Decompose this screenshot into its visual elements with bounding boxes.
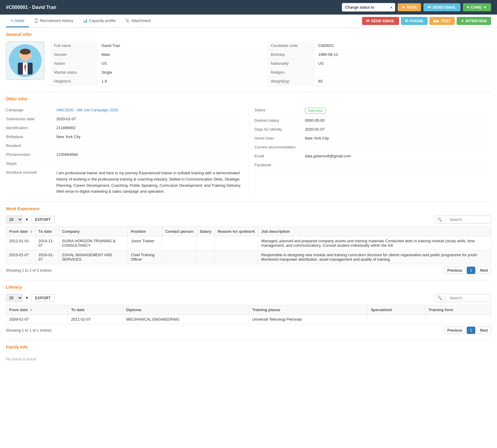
svg-point-9 xyxy=(29,54,32,57)
literacy-header-row: From date ⇅ To date Diploma Training pla… xyxy=(6,305,491,315)
work-search-icon-button[interactable]: 🔍 xyxy=(435,216,445,224)
work-cell-reason xyxy=(215,250,258,264)
divider-2 xyxy=(6,202,491,202)
literacy-page-size-label: ▼ xyxy=(25,296,29,300)
work-cell-to-date: 2014-11-07 xyxy=(35,236,59,250)
literacy-page-1-button[interactable]: 1 xyxy=(467,327,475,334)
work-page-1-button[interactable]: 1 xyxy=(467,267,475,274)
from-date-sort-icon[interactable]: ⇅ xyxy=(30,230,32,233)
literacy-showing-text: Showing 1 to 1 of 1 entries xyxy=(6,328,52,333)
field-hometown: Home town New York City xyxy=(255,134,491,143)
work-table-header-row: From date ⇅ To date Company Position Con… xyxy=(6,227,491,236)
work-col-position: Position xyxy=(128,227,162,236)
literacy-search-input[interactable] xyxy=(447,294,491,302)
send-email-action-button[interactable]: ✉ SEND EMAIL xyxy=(362,17,399,25)
field-days-identity: Days for identity 2020-01-07 xyxy=(255,125,491,134)
tabs-bar: ≡ Detail ⌚ Recruitment history 📊 Capacit… xyxy=(0,15,497,28)
test-button[interactable]: ▶▶ TEST xyxy=(429,17,455,25)
fullname-value: David Tran xyxy=(98,41,267,50)
work-next-button[interactable]: Next xyxy=(477,267,491,274)
svg-point-8 xyxy=(19,54,21,57)
work-page-size-select[interactable]: 25 50 100 xyxy=(6,216,23,224)
other-info-right: Status Interview Desired salary 0000-00-… xyxy=(249,106,491,197)
email-icon: ✉ xyxy=(428,5,431,10)
field-current-accommodation: Current accommodation xyxy=(255,143,491,152)
tab-detail[interactable]: ≡ Detail xyxy=(6,15,29,27)
divider-1 xyxy=(6,92,491,92)
campaign-value[interactable]: AMC2020 - AM Job Campaign 2020 xyxy=(56,108,242,112)
status-badge: Interview xyxy=(305,108,326,114)
work-cell-position: Junior Trainer xyxy=(128,236,162,250)
work-cell-salary xyxy=(197,236,215,250)
work-col-reason: Reason for quitwork xyxy=(215,227,258,236)
general-info-table-wrap: Full name David Tran Candidate code C000… xyxy=(50,41,491,86)
work-table-row: 2015-01-07 2016-01-07 ZUHAL MANAGEMENT A… xyxy=(6,250,491,264)
work-prev-button[interactable]: Previous xyxy=(444,267,466,274)
identification-value: 211886652 xyxy=(56,126,242,130)
info-row-gender: Gender Male Birthday 1986-08-11 xyxy=(50,50,491,59)
literacy-export-button[interactable]: EXPORT xyxy=(31,294,55,302)
facebook-value xyxy=(305,163,491,167)
work-col-company: Company xyxy=(59,227,128,236)
literacy-toolbar: 25 50 100 ▼ EXPORT 🔍 xyxy=(6,294,491,302)
literacy-prev-button[interactable]: Previous xyxy=(444,327,466,334)
literacy-section: Literacy 25 50 100 ▼ EXPORT 🔍 xyxy=(6,285,491,334)
general-info-title: General infor xyxy=(6,32,491,38)
birthday-value: 1986-08-11 xyxy=(315,50,491,59)
work-experience-toolbar: 25 50 100 ▼ EXPORT 🔍 xyxy=(6,216,491,224)
field-email: Email data.greensoft@gmail.com xyxy=(255,152,491,161)
lit-cell-from-date: 2009-01-07 xyxy=(6,315,68,324)
care-dropdown-icon: ▼ xyxy=(483,5,487,10)
other-info-title: Other infor xyxy=(6,96,491,103)
list-icon: ≡ xyxy=(11,18,13,23)
candidate-code-label: Candidate code xyxy=(267,41,315,50)
birthplace-value: New York City xyxy=(56,134,242,139)
tab-attachment[interactable]: 📎 Attachment xyxy=(120,15,155,27)
phone-button[interactable]: ✆ PHONE xyxy=(401,17,428,25)
lit-col-to-date: To date xyxy=(68,305,123,315)
info-row-height: Height(m) 1.9 Weight(kg) 65 xyxy=(50,77,491,86)
lit-from-date-sort-icon[interactable]: ⇅ xyxy=(30,308,32,312)
test-icon: ▶▶ xyxy=(434,19,439,23)
work-search-icon: 🔍 xyxy=(437,217,442,222)
literacy-search-icon-button[interactable]: 🔍 xyxy=(435,294,445,302)
main-content: General infor xyxy=(0,28,497,375)
work-col-from-date: From date ⇅ xyxy=(6,227,35,236)
divider-4 xyxy=(6,340,491,340)
birthday-label: Birthday xyxy=(267,50,315,59)
days-identity-value: 2020-01-07 xyxy=(305,127,491,132)
literacy-page-size-select[interactable]: 25 50 100 xyxy=(6,294,23,302)
family-info-section: Family Info No result is found xyxy=(6,345,491,364)
work-col-job-desc: Job description xyxy=(258,227,491,236)
work-col-salary: Salary xyxy=(197,227,215,236)
work-table-row: 2012-01-01 2014-11-07 SURIA HORIZON TRAI… xyxy=(6,236,491,250)
field-identification: Identification 211886652 xyxy=(6,124,242,132)
field-introduce: Introduce yourself I am professional tra… xyxy=(6,168,242,197)
lit-col-diploma: Diploma xyxy=(123,305,249,315)
tab-capacity-profile[interactable]: 📊 Capacity profile xyxy=(78,15,120,27)
field-submission-date: Submission date 2020-01-07 xyxy=(6,115,242,124)
work-cell-from-date: 2015-01-07 xyxy=(6,250,35,264)
work-col-to-date: To date xyxy=(35,227,59,236)
page-title: #C000001 - David Tran xyxy=(6,5,56,10)
work-cell-job-desc: Managed, planned and prepared company as… xyxy=(258,236,491,250)
work-showing-text: Showing 1 to 2 of 2 entries xyxy=(6,268,52,273)
care-button[interactable]: ♥ CARE ▼ xyxy=(463,3,491,11)
nationality-value: US xyxy=(315,59,491,68)
interview-button[interactable]: ✦ INTERVIEW xyxy=(457,17,491,25)
literacy-search-wrap: 🔍 xyxy=(435,294,491,302)
literacy-next-button[interactable]: Next xyxy=(477,327,491,334)
introduce-value: I am professional trainer and here is my… xyxy=(56,170,242,195)
candidate-code-value: C000001 xyxy=(315,41,491,50)
tab-recruitment-history[interactable]: ⌚ Recruitment history xyxy=(29,15,78,27)
send-email-header-button[interactable]: ✉ SEND EMAIL xyxy=(423,3,460,11)
lit-col-training-form: Training form xyxy=(425,305,491,315)
lit-cell-specialized xyxy=(368,315,425,324)
status-select[interactable]: Change status to xyxy=(342,3,395,12)
divider-3 xyxy=(6,280,491,280)
rate-button[interactable]: ★ RATE xyxy=(398,3,421,11)
work-cell-company: SURIA HORIZON TRAINING & CONSULTANCY xyxy=(59,236,128,250)
accommodation-value xyxy=(305,145,491,149)
work-export-button[interactable]: EXPORT xyxy=(31,216,55,223)
work-search-input[interactable] xyxy=(447,216,491,224)
